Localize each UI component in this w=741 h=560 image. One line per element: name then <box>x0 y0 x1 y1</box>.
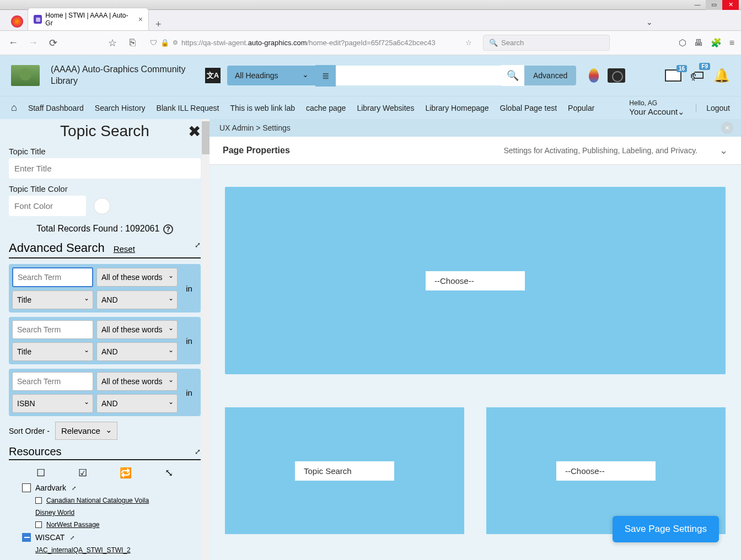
color-swatch[interactable] <box>94 198 110 214</box>
new-tab-button[interactable]: + <box>149 19 168 30</box>
search-term-input[interactable] <box>12 320 93 339</box>
tab-close-icon[interactable]: × <box>138 15 143 24</box>
checkbox-icon[interactable] <box>35 521 42 528</box>
window-close-button[interactable]: ✕ <box>722 0 739 10</box>
field-select[interactable]: ISBN <box>12 394 93 413</box>
widget-slot-large[interactable]: --Choose-- <box>225 187 726 374</box>
print-icon[interactable]: 🖶 <box>694 38 703 48</box>
match-type-select[interactable]: All of these words <box>96 268 178 287</box>
operator-select[interactable]: AND <box>96 290 178 309</box>
chevron-down-icon[interactable]: ⌄ <box>719 144 728 157</box>
topic-title-input[interactable] <box>9 158 201 179</box>
search-term-input[interactable] <box>12 267 93 287</box>
nav-link[interactable]: Staff Dashboard <box>28 104 84 112</box>
sort-order-select[interactable]: Relevance <box>55 422 117 440</box>
in-label: in <box>181 284 197 293</box>
search-button-icon[interactable]: 🔍 <box>501 65 524 86</box>
resource-item[interactable]: WISCAT ⤢ <box>9 531 201 544</box>
search-term-input[interactable] <box>12 372 93 391</box>
operator-select[interactable]: AND <box>96 394 178 413</box>
resource-item[interactable]: Canadian National Catalogue Voila <box>9 494 201 507</box>
language-icon[interactable]: 文A <box>205 68 221 83</box>
nav-link[interactable]: Blank ILL Request <box>157 104 219 112</box>
expand-icon[interactable]: ⤢ <box>72 485 76 491</box>
right-panel: UX Admin > Settings × Page Properties Se… <box>210 119 741 560</box>
url-bar[interactable]: 🛡 🔒 ⚙ https://qa-stwi-agent.auto-graphic… <box>146 36 476 49</box>
tabs-overflow-icon[interactable]: ⌄ <box>646 18 653 26</box>
widget-slot-small[interactable]: --Choose-- <box>486 407 726 534</box>
nav-bar: ⌂ Staff Dashboard Search History Blank I… <box>0 96 741 119</box>
canvas-area: --Choose-- Topic Search --Choose-- <box>210 165 741 560</box>
bookmark-icon[interactable]: ☆ <box>106 36 119 50</box>
save-page-settings-button[interactable]: Save Page Settings <box>613 516 719 542</box>
your-account-dropdown[interactable]: Your Account⌄ <box>629 107 685 117</box>
page-properties-bar[interactable]: Page Properties Settings for Activating,… <box>210 137 741 165</box>
nav-link[interactable]: Popular <box>568 104 594 112</box>
clipboard-icon[interactable]: ⎘ <box>126 36 139 50</box>
collapse-icon[interactable]: ⤢ <box>195 448 201 456</box>
back-button[interactable]: ← <box>7 36 20 50</box>
nav-link[interactable]: Library Websites <box>357 104 414 112</box>
reset-link[interactable]: Reset <box>114 244 135 254</box>
widget-type-select[interactable]: --Choose-- <box>426 271 525 290</box>
card-icon-wrap[interactable]: 16 <box>665 69 681 82</box>
resources-title: Resources <box>9 445 62 458</box>
browser-search-box[interactable]: 🔍 Search <box>483 35 610 51</box>
refresh-icon[interactable]: 🔁 <box>120 467 132 479</box>
home-icon[interactable]: ⌂ <box>11 102 17 114</box>
camera-icon[interactable] <box>608 68 625 83</box>
nav-link[interactable]: Library Homepage <box>425 104 488 112</box>
match-type-select[interactable]: All of these words <box>96 372 178 391</box>
select-all-icon[interactable]: ☑ <box>78 467 87 479</box>
favorites-icon[interactable]: 🏷 F9 <box>690 67 705 84</box>
panel-title: Topic Search <box>60 122 149 140</box>
select-none-icon[interactable]: ☐ <box>36 467 45 479</box>
collapse-icon[interactable]: ⤢ <box>195 241 201 249</box>
widget-type-select[interactable]: --Choose-- <box>556 461 656 481</box>
checkbox-icon[interactable] <box>35 497 42 504</box>
operator-select[interactable]: AND <box>96 342 178 361</box>
url-text: https://qa-stwi-agent.auto-graphics.com/… <box>181 39 436 47</box>
nav-link[interactable]: cache page <box>306 104 346 112</box>
nav-link[interactable]: This is web link lab <box>230 104 296 112</box>
help-icon[interactable]: ? <box>163 224 173 234</box>
field-select[interactable]: Title <box>12 342 93 361</box>
resource-item[interactable]: NorWest Passage <box>9 519 201 531</box>
match-type-select[interactable]: All of these words <box>96 320 178 339</box>
database-icon[interactable]: ≣ <box>315 65 336 87</box>
org-name: (AAAA) Auto-Graphics Community Library <box>51 64 194 87</box>
widget-type-select[interactable]: Topic Search <box>295 461 394 481</box>
left-scrollbar[interactable] <box>202 119 210 560</box>
resource-item[interactable]: JAC_internalQA_STWI_STWI_2 <box>9 544 201 556</box>
nav-link[interactable]: Search History <box>95 104 146 112</box>
font-color-input[interactable] <box>9 196 86 216</box>
panel-close-icon[interactable]: × <box>721 122 733 134</box>
search-row: All of these words in Title AND <box>9 264 201 313</box>
star-icon[interactable]: ☆ <box>465 39 472 47</box>
widget-slot-small[interactable]: Topic Search <box>225 407 464 534</box>
window-maximize-button[interactable]: ▭ <box>706 0 722 10</box>
headings-dropdown[interactable]: All Headings <box>227 66 315 85</box>
window-minimize-button[interactable]: — <box>689 0 706 10</box>
nav-link[interactable]: Global Page test <box>500 104 557 112</box>
panel-close-icon[interactable]: ✖ <box>188 122 201 141</box>
compress-icon[interactable]: ⤡ <box>165 467 173 479</box>
breadcrumb-link[interactable]: UX Admin <box>219 123 254 132</box>
browser-tab[interactable]: ⊞ Home | STWI | AAAA | Auto-Gr × <box>28 8 149 30</box>
expand-icon[interactable]: ⤢ <box>70 535 74 541</box>
menu-icon[interactable]: ≡ <box>729 38 734 48</box>
balloon-icon[interactable] <box>589 68 599 83</box>
checkbox-icon[interactable] <box>22 483 31 492</box>
field-select[interactable]: Title <box>12 290 93 309</box>
main-search-input[interactable] <box>336 66 501 85</box>
page-properties-description: Settings for Activating, Publishing, Lab… <box>504 146 698 155</box>
resource-item[interactable]: Disney World <box>9 507 201 519</box>
advanced-search-button[interactable]: Advanced <box>524 66 576 85</box>
reload-button[interactable]: ⟳ <box>46 36 60 50</box>
resource-item[interactable]: Aardvark ⤢ <box>9 481 201 494</box>
notifications-icon[interactable]: 🔔 <box>713 68 730 83</box>
pocket-icon[interactable]: ⬡ <box>679 37 686 48</box>
logout-link[interactable]: Logout <box>696 104 730 112</box>
checkbox-partial-icon[interactable] <box>22 533 31 542</box>
extension-icon[interactable]: 🧩 <box>711 37 722 48</box>
